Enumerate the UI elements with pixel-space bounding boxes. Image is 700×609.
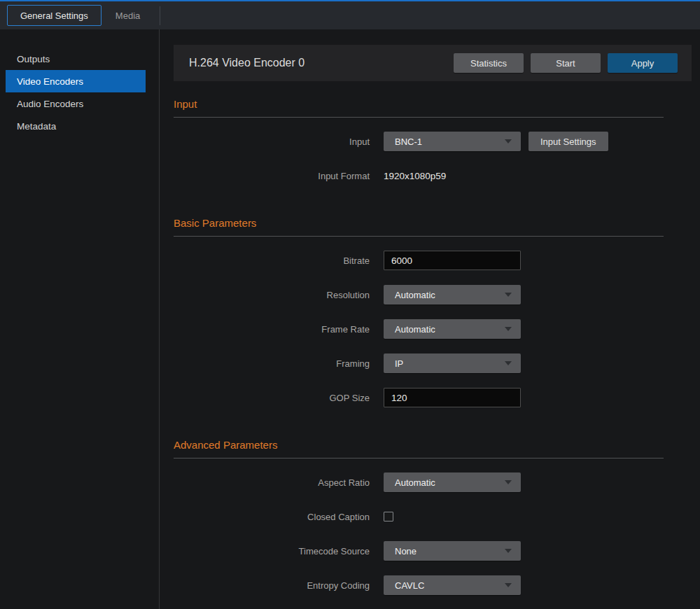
frame-rate-select[interactable]: Automatic	[384, 319, 521, 339]
section-input: Input Input BNC-1 Input Settings Input F…	[174, 98, 664, 186]
sidebar-item-outputs-label: Outputs	[17, 54, 50, 64]
section-divider	[174, 458, 664, 458]
apply-button[interactable]: Apply	[608, 53, 678, 73]
framing-select-value: IP	[384, 358, 403, 369]
timecode-source-row: Timecode Source None	[174, 541, 664, 561]
closed-caption-checkbox[interactable]	[384, 512, 393, 522]
section-divider	[174, 117, 664, 118]
input-select[interactable]: BNC-1	[384, 132, 521, 151]
header-buttons: Statistics Start Apply	[454, 53, 678, 73]
sidebar-item-video-encoders-label: Video Encoders	[17, 76, 83, 87]
input-label: Input	[174, 136, 384, 147]
section-advanced-heading: Advanced Parameters	[174, 439, 664, 451]
tab-media-label: Media	[115, 10, 140, 21]
frame-rate-label: Frame Rate	[174, 324, 384, 335]
input-format-value: 1920x1080p59	[384, 171, 446, 181]
gop-size-row: GOP Size	[174, 388, 664, 407]
aspect-ratio-label: Aspect Ratio	[174, 477, 384, 488]
aspect-ratio-select[interactable]: Automatic	[384, 472, 521, 492]
input-format-label: Input Format	[174, 171, 384, 181]
gop-size-input[interactable]	[384, 388, 521, 407]
resolution-row: Resolution Automatic	[174, 285, 664, 304]
encoder-header-bar: H.264 Video Encoder 0 Statistics Start A…	[174, 45, 692, 81]
input-settings-button[interactable]: Input Settings	[528, 132, 608, 151]
closed-caption-row: Closed Caption	[174, 507, 664, 526]
sidebar-item-outputs[interactable]: Outputs	[6, 48, 146, 70]
entropy-coding-select[interactable]: CAVLC	[384, 575, 521, 595]
chevron-down-icon	[505, 361, 512, 365]
chevron-down-icon	[505, 139, 512, 144]
resolution-label: Resolution	[174, 290, 384, 300]
main-layout: Outputs Video Encoders Audio Encoders Me…	[0, 29, 700, 609]
bitrate-label: Bitrate	[174, 255, 384, 266]
input-row: Input BNC-1 Input Settings	[174, 132, 664, 151]
resolution-select[interactable]: Automatic	[384, 285, 521, 304]
entropy-coding-row: Entropy Coding CAVLC	[174, 575, 664, 595]
frame-rate-row: Frame Rate Automatic	[174, 319, 664, 339]
sidebar-item-metadata-label: Metadata	[17, 121, 56, 132]
framing-label: Framing	[174, 358, 384, 369]
timecode-source-select-value: None	[384, 546, 416, 556]
section-basic-heading: Basic Parameters	[174, 217, 664, 229]
top-tab-bar: General Settings Media	[0, 0, 700, 29]
page-title: H.264 Video Encoder 0	[189, 57, 304, 69]
bitrate-row: Bitrate	[174, 251, 664, 270]
closed-caption-label: Closed Caption	[174, 512, 384, 522]
framing-select[interactable]: IP	[384, 354, 521, 373]
entropy-coding-label: Entropy Coding	[174, 580, 384, 591]
gop-size-label: GOP Size	[174, 393, 384, 403]
input-format-row: Input Format 1920x1080p59	[174, 166, 664, 186]
section-basic-parameters: Basic Parameters Bitrate Resolution Auto…	[174, 217, 664, 407]
chevron-down-icon	[505, 327, 512, 331]
chevron-down-icon	[505, 293, 512, 297]
tab-general-settings-label: General Settings	[20, 10, 88, 21]
input-select-value: BNC-1	[384, 136, 422, 147]
sidebar-item-audio-encoders[interactable]: Audio Encoders	[6, 92, 146, 115]
tab-general-settings[interactable]: General Settings	[7, 5, 102, 26]
sidebar: Outputs Video Encoders Audio Encoders Me…	[0, 29, 160, 609]
tab-media[interactable]: Media	[104, 5, 151, 26]
sidebar-item-audio-encoders-label: Audio Encoders	[17, 99, 83, 109]
resolution-select-value: Automatic	[384, 290, 435, 300]
framing-row: Framing IP	[174, 354, 664, 373]
chevron-down-icon	[505, 480, 512, 484]
bitrate-input[interactable]	[384, 251, 521, 270]
content-area: H.264 Video Encoder 0 Statistics Start A…	[160, 29, 700, 609]
tab-divider	[160, 6, 160, 25]
chevron-down-icon	[505, 583, 512, 587]
entropy-coding-select-value: CAVLC	[384, 580, 424, 591]
timecode-source-select[interactable]: None	[384, 541, 521, 561]
timecode-source-label: Timecode Source	[174, 546, 384, 556]
section-input-heading: Input	[174, 98, 664, 110]
aspect-ratio-row: Aspect Ratio Automatic	[174, 472, 664, 492]
start-button[interactable]: Start	[531, 53, 601, 73]
section-divider	[174, 236, 664, 237]
sidebar-item-video-encoders[interactable]: Video Encoders	[6, 70, 146, 92]
section-advanced-parameters: Advanced Parameters Aspect Ratio Automat…	[174, 439, 664, 595]
sidebar-item-metadata[interactable]: Metadata	[6, 115, 146, 137]
aspect-ratio-select-value: Automatic	[384, 477, 435, 488]
statistics-button[interactable]: Statistics	[454, 53, 524, 73]
frame-rate-select-value: Automatic	[384, 324, 435, 335]
chevron-down-icon	[505, 549, 512, 553]
